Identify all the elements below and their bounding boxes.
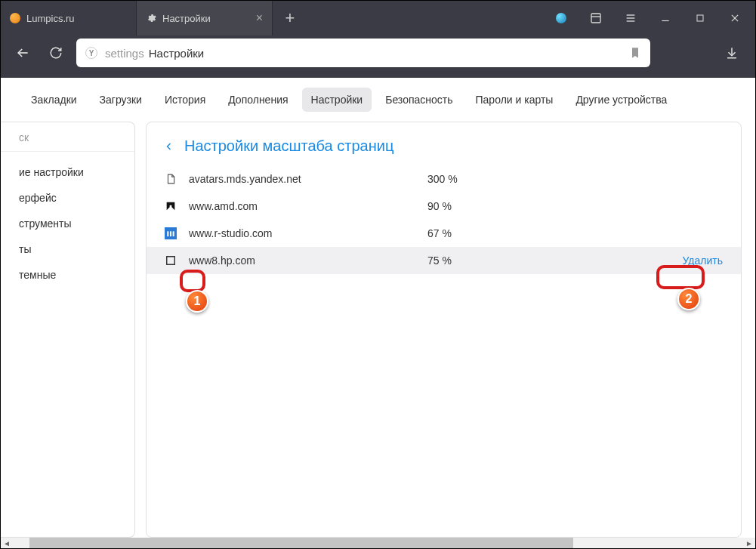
close-icon[interactable]: × xyxy=(256,11,263,25)
nav-security[interactable]: Безопасность xyxy=(376,88,461,112)
extension-icon[interactable] xyxy=(547,1,575,35)
gear-icon xyxy=(146,13,156,23)
sidebar-item-sites[interactable]: ты xyxy=(1,236,134,262)
sidebar-item-tools[interactable]: струменты xyxy=(1,211,134,236)
sidebar: ие настройки ерфейс струменты ты темные xyxy=(1,122,135,538)
tab-settings[interactable]: Настройки × xyxy=(137,1,273,35)
site-zoom: 90 % xyxy=(427,200,452,212)
scroll-thumb[interactable] xyxy=(29,538,573,548)
tab-title: Lumpics.ru xyxy=(26,13,127,24)
favicon-lumpics xyxy=(10,13,20,23)
panel-title: Настройки масштаба страниц xyxy=(184,137,393,155)
minimize-button[interactable] xyxy=(651,1,680,35)
blank-icon xyxy=(165,254,177,267)
tab-title: Настройки xyxy=(162,13,250,24)
titlebar: Lumpics.ru Настройки × + xyxy=(1,1,755,35)
site-zoom: 75 % xyxy=(427,254,452,267)
zoom-settings-panel: Настройки масштаба страниц avatars.mds.y… xyxy=(146,122,742,538)
amd-icon xyxy=(165,200,177,212)
address-bar[interactable]: Y settings Настройки xyxy=(76,39,650,67)
site-name: www8.hp.com xyxy=(189,254,415,267)
site-row[interactable]: avatars.mds.yandex.net 300 % xyxy=(147,165,741,193)
annotation-callout-2: 2 xyxy=(677,288,700,310)
svg-rect-16 xyxy=(167,257,175,265)
toolbar: Y settings Настройки xyxy=(1,35,755,78)
menu-icon[interactable] xyxy=(616,1,645,35)
sidebar-item-general[interactable]: ие настройки xyxy=(1,159,134,185)
site-row[interactable]: www.r-studio.com 67 % xyxy=(147,220,741,247)
scroll-left-arrow[interactable]: ◄ xyxy=(1,538,13,548)
delete-button[interactable]: Удалить xyxy=(683,254,723,267)
nav-history[interactable]: История xyxy=(156,88,214,112)
content: Закладки Загрузки История Дополнения Нас… xyxy=(1,78,755,538)
sidebar-item-interface[interactable]: ерфейс xyxy=(1,185,134,211)
nav-downloads[interactable]: Загрузки xyxy=(91,88,151,112)
yandex-icon: Y xyxy=(85,47,97,59)
scroll-right-arrow[interactable]: ► xyxy=(743,538,755,548)
back-button[interactable] xyxy=(10,40,35,66)
sidebar-item-system[interactable]: темные xyxy=(1,262,134,288)
back-link[interactable] xyxy=(165,140,174,153)
svg-rect-15 xyxy=(173,231,174,236)
maximize-button[interactable] xyxy=(686,1,714,35)
svg-rect-14 xyxy=(170,231,171,236)
site-zoom: 300 % xyxy=(427,173,458,185)
site-row[interactable]: www.amd.com 90 % xyxy=(147,193,741,220)
nav-passwords[interactable]: Пароли и карты xyxy=(467,88,563,112)
site-name: www.r-studio.com xyxy=(189,227,415,239)
top-nav: Закладки Загрузки История Дополнения Нас… xyxy=(1,78,755,122)
tab-lumpics[interactable]: Lumpics.ru xyxy=(1,1,137,35)
nav-addons[interactable]: Дополнения xyxy=(219,88,297,112)
svg-rect-13 xyxy=(167,231,168,236)
site-name: avatars.mds.yandex.net xyxy=(189,173,415,185)
downloads-icon[interactable] xyxy=(717,39,746,67)
svg-rect-5 xyxy=(697,15,703,21)
annotation-callout-1: 1 xyxy=(186,290,208,313)
nav-settings[interactable]: Настройки xyxy=(302,88,372,112)
horizontal-scrollbar[interactable]: ◄ ► xyxy=(1,538,755,548)
reader-mode-icon[interactable] xyxy=(582,1,610,35)
site-row[interactable]: www8.hp.com 75 % Удалить xyxy=(147,247,741,274)
close-button[interactable] xyxy=(721,1,749,35)
bookmark-icon[interactable] xyxy=(629,46,641,60)
nav-other-devices[interactable]: Другие устройства xyxy=(566,88,676,112)
svg-rect-0 xyxy=(591,14,600,23)
site-name: www.amd.com xyxy=(189,200,415,212)
svg-marker-11 xyxy=(167,202,175,211)
address-text: settings Настройки xyxy=(105,47,204,60)
new-tab-button[interactable]: + xyxy=(273,1,307,35)
site-zoom: 67 % xyxy=(427,227,452,239)
rstudio-icon xyxy=(165,227,177,239)
site-list: avatars.mds.yandex.net 300 % www.amd.com… xyxy=(147,165,741,274)
reload-button[interactable] xyxy=(43,40,69,66)
nav-bookmarks[interactable]: Закладки xyxy=(22,88,86,112)
file-icon xyxy=(165,173,177,185)
sidebar-search-input[interactable] xyxy=(19,131,127,143)
